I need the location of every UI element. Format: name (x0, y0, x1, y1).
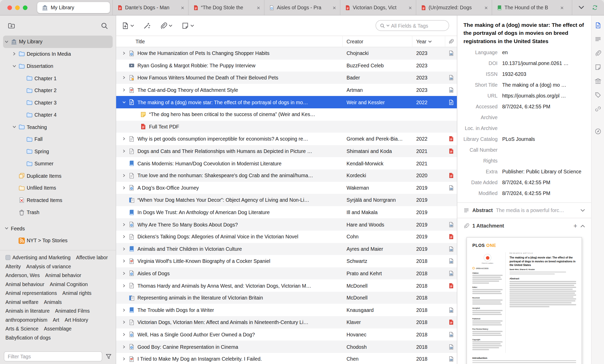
tab-my-library[interactable]: My Library (37, 2, 110, 13)
chevron-right-icon[interactable] (121, 345, 127, 349)
attachments-section-header[interactable]: 1 Attachment + (457, 218, 591, 233)
chevron-right-icon[interactable] (121, 357, 127, 361)
item-row[interactable]: Why Are There So Many Books About Dogs?H… (116, 218, 457, 230)
tab-aisles-of-dogs-pra[interactable]: Aisles of Dogs - Pra× (264, 0, 340, 15)
pane-related-button[interactable] (594, 104, 602, 113)
close-tab-icon[interactable]: × (408, 5, 413, 11)
tab-un-muzzled-dogs[interactable]: (Un)muzzled: Dogs× (416, 0, 492, 15)
item-row[interactable]: “The dog hero has been critical to the s… (116, 108, 457, 120)
add-attachment-plus-button[interactable]: + (574, 223, 577, 229)
close-tab-icon[interactable]: × (484, 5, 489, 11)
chevron-right-icon[interactable] (121, 260, 127, 263)
collection-chapter-3[interactable]: Chapter 3 (0, 96, 116, 109)
column-header-title[interactable]: Title (116, 36, 343, 47)
new-item-button[interactable] (122, 22, 134, 29)
item-row[interactable]: Good Boy: Canine Representation in Cinem… (116, 341, 457, 353)
collection-depictions-in-media[interactable]: Depictions In Media (0, 48, 116, 60)
chevron-right-icon[interactable] (121, 52, 127, 55)
chevron-down-icon[interactable] (12, 125, 17, 129)
chevron-down-icon[interactable] (4, 40, 9, 44)
chevron-right-icon[interactable] (121, 137, 127, 141)
close-tab-icon[interactable]: × (560, 5, 565, 11)
item-row[interactable]: Ryan Gosling & Margot Robbie: The Puppy … (116, 59, 457, 71)
pane-abstract-button[interactable] (594, 35, 602, 43)
tag-anderson-wes[interactable]: Anderson, Wes (5, 272, 40, 279)
item-row[interactable]: Why is pet goods consumption imperceptib… (116, 133, 457, 145)
field-value[interactable]: https://journals.plos.org/pl … (502, 91, 585, 99)
item-row[interactable]: A Dog’s Box-Office JourneyWakeman2019 (116, 182, 457, 194)
tag-arts-science[interactable]: Arts & Science (5, 325, 38, 332)
tag-animated-films[interactable]: Animated Films (55, 308, 90, 314)
tab-dante-s-dogs-man[interactable]: Dante’s Dogs - Man× (112, 0, 188, 15)
fullscreen-window-button[interactable] (23, 5, 28, 10)
field-value[interactable]: 10.1371/journal.pone.0261 … (502, 59, 585, 66)
chevron-down-icon[interactable] (4, 227, 9, 230)
chevron-right-icon[interactable] (121, 174, 127, 177)
tag-animal-behavior[interactable]: Animal behavior (45, 272, 81, 279)
chevron-right-icon[interactable] (121, 272, 127, 275)
feeds-header[interactable]: Feeds (0, 222, 116, 234)
collection-summer[interactable]: Summer (0, 158, 116, 170)
tag-animal-representations[interactable]: Animal representations (5, 290, 57, 296)
pane-info-button[interactable] (594, 21, 602, 29)
item-row[interactable]: Aisles of DogsPrato and Kehrt2018 (116, 267, 457, 279)
item-row-selected[interactable]: The making of a (dog) movie star: The ef… (116, 96, 457, 108)
pane-attachments-button[interactable] (594, 49, 602, 57)
tag-animal-welfare[interactable]: Animal welfare (5, 298, 38, 305)
new-collection-button[interactable] (8, 22, 15, 29)
collection-my-library[interactable]: My Library (3, 36, 113, 48)
feed-nyt-top-stories[interactable]: NYT > Top Stories (0, 234, 116, 247)
item-row[interactable]: Virginia Woolf's Little-Known Biography … (116, 255, 457, 267)
tag-animal-rights[interactable]: Animal rights (62, 290, 91, 296)
item-row[interactable]: I Tried to Make My Dog an Instagram Cele… (116, 353, 457, 364)
column-header-year[interactable]: Year (412, 36, 446, 47)
search-input[interactable] (391, 23, 445, 29)
item-row[interactable]: Dickens's Talking Dogs: Allegories of An… (116, 231, 457, 243)
chevron-right-icon[interactable] (121, 223, 127, 226)
chevron-down-icon[interactable] (581, 208, 585, 213)
item-search-box[interactable] (376, 20, 449, 31)
pane-tags-button[interactable] (594, 91, 602, 99)
chevron-right-icon[interactable] (121, 321, 127, 324)
item-row[interactable]: True love and the nonhuman: Shakespeare'… (116, 169, 457, 182)
column-header-attachment[interactable] (445, 36, 457, 47)
collection-chapter-1[interactable]: Chapter 1 (0, 72, 116, 84)
item-row[interactable]: How the Humanization of Pets Is Changing… (116, 47, 457, 59)
tag-filter-options-button[interactable] (105, 353, 112, 360)
pane-notes-button[interactable] (594, 63, 602, 71)
sync-button[interactable] (592, 5, 598, 11)
collection-chapter-2[interactable]: Chapter 2 (0, 84, 116, 96)
item-row[interactable]: Dogs and Cats and Their Relationships wi… (116, 145, 457, 157)
tag-filter-input[interactable] (4, 351, 102, 361)
tag-anthropomorphism[interactable]: anthropomorphism (5, 316, 47, 323)
collection-dissertation[interactable]: Dissertation (0, 60, 116, 72)
tag-affective-labor[interactable]: Affective labor (76, 254, 108, 261)
tab-victorian-dogs-vict[interactable]: Victorian Dogs, Vict× (340, 0, 416, 15)
item-row[interactable]: Thomas Hardy and Animals by Anna West, a… (116, 279, 457, 292)
collection-trash[interactable]: Trash (0, 206, 116, 219)
tag-assemblage[interactable]: Assemblage (44, 325, 71, 332)
tag-animals[interactable]: Animals (44, 298, 62, 305)
item-row[interactable]: The Cat-and-Dog Theory of Attachment Sty… (116, 84, 457, 96)
collection-teaching[interactable]: Teaching (0, 121, 116, 133)
item-row[interactable]: How Famous Writers Mourned the Death of … (116, 72, 457, 84)
item-row[interactable]: Canis Modernis: Human/Dog Coevolution in… (116, 157, 457, 169)
collection-duplicate-items[interactable]: Duplicate Items (0, 170, 116, 182)
item-row[interactable]: “When Your Dog Matches Your Decor”: Obje… (116, 194, 457, 206)
column-header-creator[interactable]: Creator (343, 36, 412, 47)
tag-animals-in-literature[interactable]: Animals in literature (5, 308, 50, 314)
item-row[interactable]: Well, Has a Single Good Author Ever Owne… (116, 328, 457, 341)
close-tab-icon[interactable]: × (180, 5, 185, 11)
tag-animal-behaviour[interactable]: Animal behaviour (5, 281, 44, 287)
tab-the-hound-of-the-b[interactable]: The Hound of the B× (492, 0, 568, 15)
collection-retracted-items[interactable]: Retracted Items (0, 194, 116, 206)
tag-babyfication-of-dogs[interactable]: Babyfication of dogs (5, 334, 51, 341)
chevron-right-icon[interactable] (12, 52, 17, 56)
chevron-right-icon[interactable] (121, 88, 127, 92)
collection-search-icon[interactable] (101, 22, 108, 29)
item-row[interactable]: Full Text PDF (116, 120, 457, 133)
chevron-right-icon[interactable] (121, 186, 127, 190)
add-by-identifier-button[interactable] (143, 22, 151, 29)
close-window-button[interactable] (7, 5, 12, 10)
tag-analysis-of-variance[interactable]: Analysis of variance (26, 263, 71, 270)
